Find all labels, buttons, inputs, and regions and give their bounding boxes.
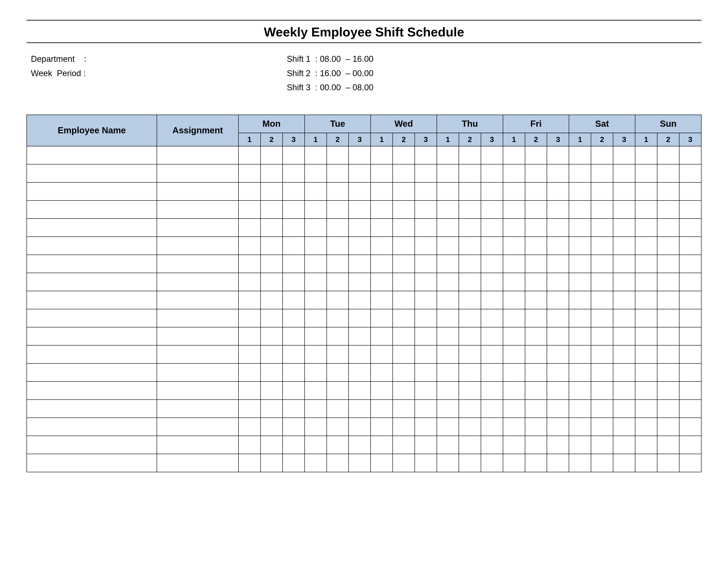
cell-shift-slot xyxy=(371,164,393,182)
cell-shift-slot xyxy=(679,237,701,255)
cell-shift-slot xyxy=(547,273,569,291)
cell-shift-slot xyxy=(481,164,503,182)
cell-shift-slot xyxy=(657,237,679,255)
cell-shift-slot xyxy=(238,237,261,255)
cell-shift-slot xyxy=(305,182,327,200)
cell-employee-name xyxy=(27,255,157,273)
cell-shift-slot xyxy=(459,454,481,472)
col-shift: 2 xyxy=(591,133,613,146)
cell-shift-slot xyxy=(305,146,327,164)
cell-shift-slot xyxy=(283,146,305,164)
meta-sep: : xyxy=(311,69,318,78)
meta-sep: : xyxy=(311,54,318,64)
cell-shift-slot xyxy=(283,255,305,273)
cell-employee-name xyxy=(27,218,157,237)
col-shift: 2 xyxy=(261,133,283,146)
col-shift: 1 xyxy=(569,133,591,146)
cell-employee-name xyxy=(27,200,157,218)
table-row xyxy=(27,291,701,309)
cell-employee-name xyxy=(27,164,157,182)
cell-shift-slot xyxy=(569,382,591,400)
cell-shift-slot xyxy=(459,309,481,327)
cell-shift-slot xyxy=(283,436,305,454)
cell-shift-slot xyxy=(238,345,261,364)
cell-shift-slot xyxy=(635,309,657,327)
cell-shift-slot xyxy=(437,382,459,400)
cell-shift-slot xyxy=(613,436,635,454)
cell-shift-slot xyxy=(371,291,393,309)
cell-assignment xyxy=(157,291,238,309)
cell-shift-slot xyxy=(261,454,283,472)
table-row xyxy=(27,364,701,382)
col-shift: 3 xyxy=(283,133,305,146)
cell-shift-slot xyxy=(657,146,679,164)
cell-shift-slot xyxy=(393,218,415,237)
cell-shift-slot xyxy=(371,382,393,400)
cell-shift-slot xyxy=(371,182,393,200)
table-row xyxy=(27,436,701,454)
cell-shift-slot xyxy=(679,454,701,472)
cell-shift-slot xyxy=(261,309,283,327)
cell-shift-slot xyxy=(591,364,613,382)
cell-shift-slot xyxy=(591,200,613,218)
col-shift: 1 xyxy=(503,133,525,146)
table-row xyxy=(27,255,701,273)
cell-shift-slot xyxy=(283,327,305,345)
cell-shift-slot xyxy=(547,327,569,345)
cell-shift-slot xyxy=(569,454,591,472)
cell-shift-slot xyxy=(481,182,503,200)
cell-assignment xyxy=(157,200,238,218)
cell-shift-slot xyxy=(525,454,547,472)
cell-shift-slot xyxy=(327,273,349,291)
cell-shift-slot xyxy=(327,382,349,400)
cell-shift-slot xyxy=(525,364,547,382)
table-row xyxy=(27,345,701,364)
cell-shift-slot xyxy=(613,237,635,255)
cell-shift-slot xyxy=(349,400,371,418)
cell-shift-slot xyxy=(613,273,635,291)
cell-shift-slot xyxy=(238,200,261,218)
cell-shift-slot xyxy=(349,182,371,200)
cell-shift-slot xyxy=(481,418,503,436)
cell-shift-slot xyxy=(437,200,459,218)
cell-shift-slot xyxy=(305,200,327,218)
col-shift: 2 xyxy=(327,133,349,146)
cell-shift-slot xyxy=(305,364,327,382)
cell-shift-slot xyxy=(371,345,393,364)
cell-shift-slot xyxy=(437,146,459,164)
cell-shift-slot xyxy=(459,164,481,182)
cell-assignment xyxy=(157,364,238,382)
cell-shift-slot xyxy=(459,273,481,291)
cell-shift-slot xyxy=(635,364,657,382)
cell-shift-slot xyxy=(393,255,415,273)
cell-shift-slot xyxy=(238,382,261,400)
cell-shift-slot xyxy=(349,454,371,472)
cell-shift-slot xyxy=(613,291,635,309)
cell-shift-slot xyxy=(547,146,569,164)
cell-shift-slot xyxy=(283,291,305,309)
cell-shift-slot xyxy=(635,255,657,273)
cell-shift-slot xyxy=(327,345,349,364)
cell-shift-slot xyxy=(525,218,547,237)
col-shift: 1 xyxy=(437,133,459,146)
cell-shift-slot xyxy=(327,146,349,164)
cell-shift-slot xyxy=(305,237,327,255)
cell-shift-slot xyxy=(327,237,349,255)
cell-shift-slot xyxy=(525,164,547,182)
cell-employee-name xyxy=(27,327,157,345)
cell-shift-slot xyxy=(657,309,679,327)
cell-shift-slot xyxy=(635,327,657,345)
cell-shift-slot xyxy=(679,400,701,418)
cell-shift-slot xyxy=(503,382,525,400)
cell-shift-slot xyxy=(437,364,459,382)
cell-shift-slot xyxy=(679,273,701,291)
cell-shift-slot xyxy=(503,436,525,454)
cell-shift-slot xyxy=(547,218,569,237)
cell-shift-slot xyxy=(679,327,701,345)
cell-shift-slot xyxy=(261,436,283,454)
cell-shift-slot xyxy=(415,400,437,418)
cell-employee-name xyxy=(27,273,157,291)
cell-shift-slot xyxy=(679,200,701,218)
cell-shift-slot xyxy=(437,218,459,237)
cell-shift-slot xyxy=(349,309,371,327)
